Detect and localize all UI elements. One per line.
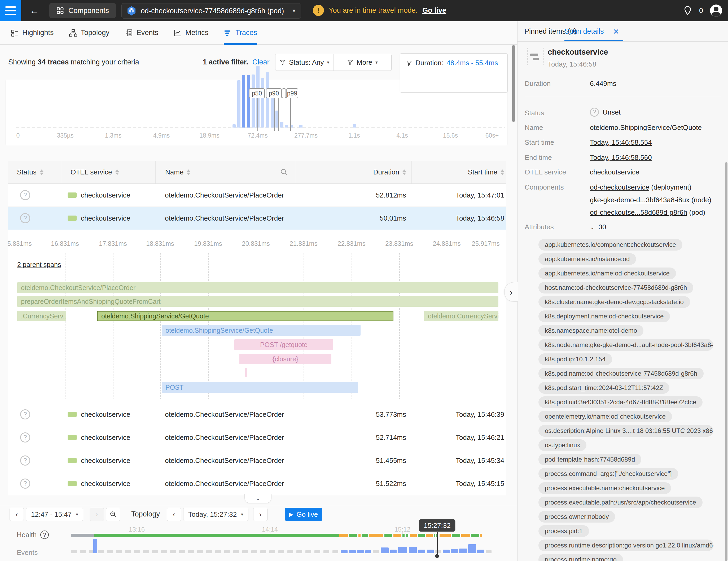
event-bar[interactable] — [409, 547, 417, 553]
event-bar[interactable] — [341, 550, 348, 553]
event-bar[interactable] — [435, 550, 441, 553]
sort-icon[interactable] — [501, 169, 504, 175]
range-prev-button[interactable]: ‹ — [10, 508, 24, 521]
event-bar[interactable] — [398, 547, 407, 553]
end-time-link[interactable]: Today, 15:46:58.560 — [590, 154, 652, 162]
zoom-out-icon[interactable] — [106, 508, 120, 521]
event-bar[interactable] — [390, 550, 397, 553]
histogram-bar[interactable] — [261, 78, 264, 128]
table-row[interactable]: ?checkoutserviceoteldemo.CheckoutService… — [8, 184, 506, 207]
time-cursor-handle[interactable] — [435, 554, 439, 558]
histogram-bar[interactable] — [353, 124, 356, 128]
event-bar[interactable] — [427, 550, 434, 553]
sort-icon[interactable] — [402, 169, 406, 175]
sort-icon[interactable] — [187, 169, 190, 175]
histogram-bar[interactable] — [237, 80, 240, 128]
event-bar[interactable] — [477, 550, 484, 553]
event-bar[interactable] — [468, 544, 476, 553]
histogram-bar[interactable] — [299, 125, 302, 128]
event-bar[interactable] — [93, 539, 97, 553]
histogram-bar[interactable] — [285, 125, 288, 128]
table-row[interactable]: ?checkoutserviceoteldemo.CheckoutService… — [8, 426, 506, 449]
components-button[interactable]: Components — [49, 3, 116, 18]
component-deployment-link[interactable]: od-checkoutservice — [590, 183, 649, 191]
more-filters-button[interactable]: More▾ — [333, 54, 391, 71]
span-bar[interactable]: oteldemo.CurrencyService/Co — [424, 311, 498, 321]
table-row[interactable]: ?checkoutserviceoteldemo.CheckoutService… — [8, 472, 506, 495]
event-bar[interactable] — [381, 547, 389, 553]
span-bar[interactable]: POST — [162, 382, 358, 393]
tab-span-details[interactable]: Span details — [564, 27, 604, 36]
tab-metrics[interactable]: Metrics — [174, 21, 208, 44]
pin-icon[interactable] — [683, 6, 692, 16]
span-bar[interactable]: .CurrencyServ... — [17, 311, 66, 321]
time-prev-button[interactable]: ‹ — [167, 508, 181, 521]
span-bar[interactable] — [245, 368, 247, 377]
histogram-bar[interactable] — [242, 75, 245, 128]
histogram-bar[interactable] — [247, 75, 250, 128]
avatar[interactable] — [710, 5, 722, 17]
table-row[interactable]: ?checkoutserviceoteldemo.CheckoutService… — [8, 403, 506, 426]
status-filter-button[interactable]: Status: Any▾ — [275, 54, 333, 71]
percentile-marker-p50[interactable]: p50 — [249, 88, 265, 98]
component-selector[interactable]: od-checkoutservice-77458d689d-g8r6h (pod… — [121, 3, 301, 19]
column-header-name[interactable]: Name — [155, 161, 295, 183]
time-cursor-line[interactable] — [437, 532, 438, 556]
time-next-button[interactable]: › — [253, 508, 267, 521]
go-live-link[interactable]: Go live — [422, 6, 446, 15]
histogram-bar[interactable] — [280, 122, 283, 128]
range-next-button[interactable]: › — [90, 508, 104, 521]
span-bar[interactable]: prepareOrderItemsAndShippingQuoteFromCar… — [17, 296, 498, 307]
event-bar[interactable] — [373, 550, 379, 553]
event-bar[interactable] — [451, 549, 458, 553]
histogram-bar[interactable] — [266, 72, 269, 128]
span-bar[interactable]: POST /getquote — [234, 339, 333, 350]
table-row[interactable]: ?checkoutserviceoteldemo.CheckoutService… — [8, 449, 506, 472]
sort-icon[interactable] — [115, 169, 119, 175]
component-selector-caret[interactable]: ▼ — [287, 3, 301, 18]
tab-events[interactable]: Events — [125, 21, 159, 44]
component-node-link[interactable]: gke-gke-demo-d...3bf643a8-i8ux — [590, 196, 690, 204]
column-header-otel-service[interactable]: OTEL service — [61, 161, 155, 183]
tab-traces[interactable]: Traces — [224, 21, 257, 44]
start-time-link[interactable]: Today, 15:46:58.554 — [590, 138, 652, 147]
histogram-bar[interactable] — [233, 124, 236, 128]
event-bar[interactable] — [459, 549, 467, 553]
column-header-duration[interactable]: Duration — [295, 161, 411, 183]
main-scrollbar-thumb[interactable] — [512, 45, 515, 122]
help-icon[interactable]: ? — [40, 531, 49, 539]
back-arrow-icon[interactable]: ← — [30, 5, 39, 16]
percentile-marker-p90[interactable]: p90 — [266, 88, 282, 98]
tab-topology[interactable]: Topology — [69, 21, 109, 44]
parent-spans-link[interactable]: 2 parent spans — [17, 261, 61, 269]
timestamp-select[interactable]: Today, 15:27:32▾ — [183, 508, 248, 521]
time-range-select[interactable]: 12:47 - 15:47▾ — [26, 508, 83, 521]
span-bar[interactable]: {closure} — [239, 354, 331, 364]
search-icon[interactable] — [280, 168, 288, 176]
histogram-bar[interactable] — [271, 98, 274, 128]
event-bar[interactable] — [365, 550, 371, 553]
percentile-marker-p99[interactable]: p99 — [286, 88, 298, 98]
event-bar[interactable] — [443, 550, 450, 553]
panel-scrollbar-thumb[interactable] — [725, 162, 727, 561]
table-row[interactable]: ?checkoutserviceoteldemo.CheckoutService… — [8, 207, 506, 230]
clear-filters-link[interactable]: Clear — [252, 58, 270, 66]
close-icon[interactable]: ✕ — [613, 27, 619, 36]
component-pod-link[interactable]: od-checkoutse...58d689d-g8r6h — [590, 208, 687, 216]
column-header-status[interactable]: Status — [8, 161, 61, 183]
hamburger-menu-icon[interactable] — [0, 0, 21, 21]
percentile-marker-hidden[interactable] — [282, 88, 286, 98]
expand-rows-button[interactable]: ⌄ — [244, 494, 271, 503]
attributes-toggle[interactable]: ⌄ 30 — [590, 223, 606, 231]
event-bar[interactable] — [349, 550, 356, 553]
histogram-bar[interactable] — [252, 74, 255, 128]
event-bar[interactable] — [486, 550, 492, 553]
duration-filter-panel[interactable]: Duration: 48.4ms - 55.4ms — [400, 53, 508, 93]
event-bar[interactable] — [357, 550, 364, 553]
span-bar[interactable]: oteldemo.ShippingService/GetQuote — [97, 311, 393, 321]
span-bar[interactable]: oteldemo.CheckoutService/PlaceOrder — [17, 282, 498, 293]
column-header-start-time[interactable]: Start time — [411, 161, 506, 183]
sort-icon[interactable] — [40, 169, 43, 175]
span-bar[interactable]: oteldemo.ShippingService/GetQuote — [162, 325, 361, 336]
tab-highlights[interactable]: Highlights — [11, 21, 54, 44]
